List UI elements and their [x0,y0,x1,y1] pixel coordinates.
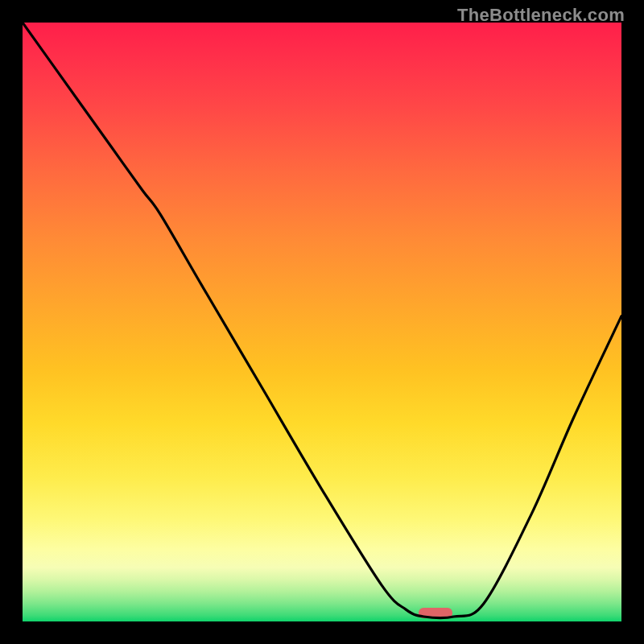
curve-svg [23,23,621,621]
frame: TheBottleneck.com [0,0,644,644]
chart-area [23,23,621,621]
optimal-marker [419,608,452,618]
bottleneck-curve [23,23,621,618]
